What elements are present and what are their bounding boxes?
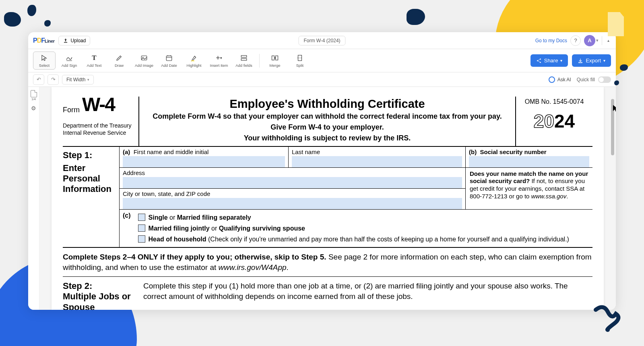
input-city-state-zip[interactable] (123, 198, 462, 209)
top-bar: PDFLiner Upload Form W-4 (2024) Go to my… (28, 32, 616, 49)
svg-point-16 (540, 62, 541, 63)
checkbox-married-joint[interactable] (138, 224, 145, 232)
left-sidebar: 1/4 ⚙ (28, 87, 39, 310)
input-last-name[interactable] (292, 156, 462, 167)
download-icon (578, 58, 583, 64)
ask-ai-button[interactable]: Ask AI (549, 76, 571, 83)
ink-splat (614, 80, 619, 85)
toggle-switch[interactable] (598, 76, 611, 83)
chevron-down-icon: ▾ (603, 58, 605, 63)
svg-point-14 (537, 60, 538, 61)
help-button[interactable]: ? (570, 35, 581, 46)
text-icon: T (92, 54, 96, 62)
tool-add-fields[interactable]: Add fields (233, 51, 255, 70)
tool-draw[interactable]: Draw (108, 51, 130, 70)
page-thumb[interactable]: 1/4 (31, 90, 37, 101)
input-address[interactable] (123, 177, 462, 188)
image-icon (140, 54, 148, 62)
svg-rect-7 (191, 60, 194, 61)
svg-line-18 (538, 61, 540, 62)
chevron-down-icon: ▾ (560, 58, 562, 63)
svg-rect-8 (241, 56, 247, 58)
svg-point-2 (142, 57, 143, 58)
tool-add-date[interactable]: Add Date (158, 51, 180, 70)
secondary-bar: ↶ ↷ Fit Width▾ Ask AI Quick fill (28, 72, 616, 87)
document-page: Form W-4 Department of the TreasuryInter… (52, 87, 604, 310)
merge-icon (271, 54, 279, 62)
ai-icon (549, 76, 555, 83)
form-header-left: Form W-4 Department of the TreasuryInter… (63, 97, 139, 146)
form-header-center: Employee's Withholding Certificate Compl… (139, 97, 516, 146)
redo-button[interactable]: ↷ (47, 74, 59, 85)
share-button[interactable]: Share ▾ (530, 54, 568, 67)
calendar-icon (165, 54, 173, 62)
avatar[interactable]: A (584, 35, 595, 46)
scrollbar[interactable] (610, 87, 615, 310)
logo[interactable]: PDFLiner (33, 37, 54, 44)
document-viewport[interactable]: Form W-4 Department of the TreasuryInter… (39, 87, 616, 310)
svg-rect-11 (276, 56, 278, 60)
step-1: Step 1: Enter Personal Information (a) F… (63, 147, 592, 248)
zoom-fit-select[interactable]: Fit Width▾ (62, 75, 94, 84)
upload-button[interactable]: Upload (58, 36, 90, 45)
tool-insert-item[interactable]: + ▾ Insert Item (208, 51, 230, 70)
checkbox-single[interactable] (138, 214, 145, 221)
ink-splat (27, 5, 36, 16)
redo-icon: ↷ (51, 76, 56, 82)
undo-button[interactable]: ↶ (33, 74, 44, 85)
form-year: 2024 (519, 110, 589, 132)
chevron-down-icon: ▾ (87, 78, 89, 82)
settings-button[interactable]: ⚙ (31, 105, 36, 111)
svg-rect-9 (241, 59, 247, 61)
split-icon (296, 54, 303, 62)
toolbar: Select Add Sign T Add Text Draw Add Imag… (28, 49, 616, 72)
gear-icon: ⚙ (31, 105, 36, 111)
share-icon (536, 58, 542, 64)
pencil-icon (116, 54, 123, 62)
quick-fill-toggle: Quick fill (577, 76, 611, 83)
checkbox-hoh[interactable] (138, 235, 145, 243)
undo-icon: ↶ (37, 76, 41, 82)
step1-footer-text: Complete Steps 2–4 ONLY if they apply to… (63, 248, 592, 277)
go-to-docs-link[interactable]: Go to my Docs (535, 38, 567, 43)
tool-add-text[interactable]: T Add Text (83, 51, 105, 70)
upload-icon (63, 38, 68, 43)
input-first-name[interactable] (123, 156, 285, 167)
page-icon (31, 90, 37, 97)
ink-splat (620, 64, 628, 71)
tool-add-sign[interactable]: Add Sign (58, 51, 80, 70)
work-area: 1/4 ⚙ Form W-4 Department of the Treasur… (28, 87, 616, 310)
tool-split[interactable]: Split (289, 51, 311, 70)
svg-rect-3 (166, 56, 172, 61)
tool-add-image[interactable]: Add Image (133, 51, 155, 70)
chevron-down-icon[interactable]: ▾ (596, 38, 599, 43)
export-button[interactable]: Export ▾ (572, 54, 611, 67)
svg-rect-10 (272, 56, 275, 60)
upload-label: Upload (70, 38, 86, 43)
svg-line-17 (538, 59, 540, 60)
ssn-question: Does your name match the name on your so… (465, 168, 592, 209)
document-title-pill[interactable]: Form W-4 (2024) (298, 36, 345, 45)
form-title: Employee's Withholding Certificate (144, 97, 510, 111)
cursor-icon (41, 54, 48, 62)
ink-splat (4, 12, 21, 27)
form-header: Form W-4 Department of the TreasuryInter… (63, 97, 592, 147)
ink-splat (44, 20, 51, 27)
ink-splat (407, 9, 425, 25)
divider (602, 36, 602, 45)
form-code: W-4 (82, 95, 115, 114)
input-ssn[interactable] (469, 156, 589, 167)
squiggle-icon (592, 302, 624, 334)
tool-highlight[interactable]: Highlight (183, 51, 205, 70)
app-window: PDFLiner Upload Form W-4 (2024) Go to my… (28, 32, 616, 310)
plus-icon: + ▾ (216, 54, 222, 62)
svg-point-15 (540, 58, 541, 60)
tool-select[interactable]: Select (33, 51, 56, 70)
tool-merge[interactable]: Merge (264, 51, 286, 70)
form-header-right: OMB No. 1545-0074 2024 (516, 97, 592, 146)
signature-icon (66, 54, 73, 62)
pdf-hint-icon (604, 8, 628, 40)
highlighter-icon (190, 54, 198, 62)
fields-icon (240, 54, 248, 62)
divider (259, 54, 260, 68)
